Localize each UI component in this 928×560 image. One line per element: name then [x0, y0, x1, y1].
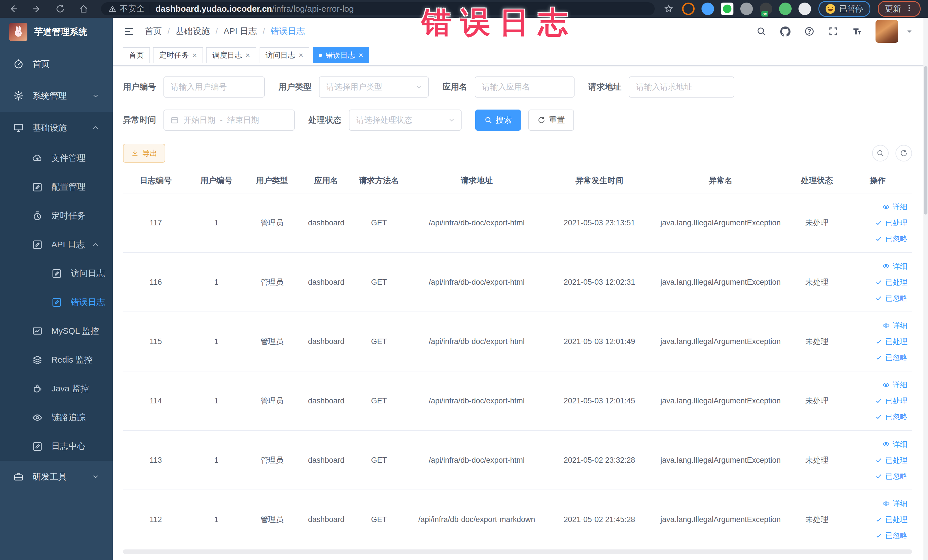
- back-icon[interactable]: [8, 3, 20, 15]
- action-detail[interactable]: 详细: [845, 496, 907, 511]
- sidebar-item-redis-monitor[interactable]: Redis 监控: [0, 345, 113, 374]
- home-icon[interactable]: [78, 3, 90, 15]
- user-avatar[interactable]: [876, 20, 898, 43]
- breadcrumb-infrastructure[interactable]: 基础设施: [176, 25, 210, 37]
- date-range-picker[interactable]: 开始日期 - 结束日期: [163, 110, 295, 131]
- sidebar-item-java-monitor[interactable]: Java 监控: [0, 374, 113, 403]
- extension-icon-puzzle[interactable]: [798, 3, 811, 15]
- sidebar-item-file-management[interactable]: 文件管理: [0, 144, 113, 172]
- page-scrollbar[interactable]: [923, 18, 928, 560]
- horizontal-scrollbar[interactable]: [123, 549, 912, 554]
- eye-icon: [882, 441, 890, 448]
- sidebar-item-system-management[interactable]: 系统管理: [0, 80, 113, 112]
- extension-icon-list-on[interactable]: on: [760, 3, 772, 15]
- action-processed[interactable]: 已处理: [845, 215, 907, 231]
- breadcrumb-home[interactable]: 首页: [145, 25, 162, 37]
- sidebar-item-trace[interactable]: 链路追踪: [0, 403, 113, 432]
- github-icon[interactable]: [780, 26, 791, 37]
- refresh-button[interactable]: [896, 145, 912, 162]
- search-button[interactable]: 搜索: [475, 110, 521, 131]
- media-paused-pill[interactable]: 已暂停: [818, 1, 870, 17]
- action-detail[interactable]: 详细: [845, 258, 907, 274]
- action-ignored[interactable]: 已忽略: [845, 468, 907, 484]
- sidebar-item-log-center[interactable]: 日志中心: [0, 432, 113, 461]
- reload-icon[interactable]: [54, 3, 66, 15]
- sidebar-item-error-log[interactable]: 错误日志: [0, 288, 113, 317]
- close-icon[interactable]: ×: [299, 51, 303, 60]
- help-icon[interactable]: [804, 26, 815, 37]
- check-icon: [875, 338, 882, 345]
- action-processed[interactable]: 已处理: [845, 274, 907, 290]
- edit-icon: [32, 240, 43, 250]
- dashboard-icon: [13, 58, 24, 69]
- action-processed[interactable]: 已处理: [845, 511, 907, 528]
- action-detail[interactable]: 详细: [845, 317, 907, 334]
- request-url-input[interactable]: [629, 76, 734, 98]
- check-icon: [875, 278, 882, 286]
- rabbit-logo-icon: [9, 23, 27, 41]
- tab-access-log[interactable]: 访问日志×: [259, 47, 309, 63]
- app-name-input[interactable]: [475, 76, 575, 98]
- sidebar-menu: 首页系统管理基础设施文件管理配置管理定时任务API 日志访问日志错误日志MySQ…: [0, 48, 113, 493]
- forward-icon[interactable]: [31, 3, 43, 15]
- close-icon[interactable]: ×: [245, 51, 250, 60]
- tab-home[interactable]: 首页: [123, 47, 150, 63]
- action-detail[interactable]: 详细: [845, 199, 907, 215]
- sidebar-item-config-management[interactable]: 配置管理: [0, 172, 113, 201]
- hamburger-icon[interactable]: [123, 25, 135, 37]
- extension-icon-target[interactable]: [682, 3, 694, 15]
- sidebar-item-mysql-monitor[interactable]: MySQL 监控: [0, 317, 113, 345]
- action-ignored[interactable]: 已忽略: [845, 231, 907, 247]
- tab-scheduled-tasks[interactable]: 定时任务×: [153, 47, 203, 63]
- sidebar-item-api-log[interactable]: API 日志: [0, 230, 113, 259]
- sidebar-item-access-log[interactable]: 访问日志: [0, 259, 113, 288]
- reset-button[interactable]: 重置: [528, 110, 574, 131]
- security-label[interactable]: 不安全: [120, 3, 145, 15]
- action-processed[interactable]: 已处理: [845, 334, 907, 349]
- table-settings: [865, 145, 912, 162]
- check-icon: [875, 219, 882, 226]
- action-ignored[interactable]: 已忽略: [845, 528, 907, 543]
- extension-icon-v-green[interactable]: [721, 3, 733, 15]
- sidebar-item-infrastructure[interactable]: 基础设施: [0, 112, 113, 144]
- action-detail[interactable]: 详细: [845, 377, 907, 393]
- fullscreen-icon[interactable]: [827, 26, 839, 37]
- breadcrumb-api-log[interactable]: API 日志: [224, 25, 257, 37]
- action-processed[interactable]: 已处理: [845, 393, 907, 409]
- cell-user-id: 1: [189, 490, 244, 549]
- user-id-input[interactable]: [163, 76, 265, 98]
- app-logo[interactable]: 芋道管理系统: [0, 18, 113, 46]
- cell-app-name: dashboard: [300, 193, 353, 252]
- close-icon[interactable]: ×: [192, 51, 197, 60]
- extension-icon-leaf[interactable]: [779, 3, 792, 15]
- sidebar-item-dev-tools[interactable]: 研发工具: [0, 461, 113, 493]
- export-button[interactable]: 导出: [123, 144, 165, 163]
- cell-method: GET: [353, 252, 405, 312]
- sidebar-item-home[interactable]: 首页: [0, 48, 113, 80]
- sidebar-item-scheduled-tasks[interactable]: 定时任务: [0, 201, 113, 230]
- tab-label: 定时任务: [159, 50, 189, 60]
- action-processed[interactable]: 已处理: [845, 452, 907, 468]
- user-type-select[interactable]: 请选择用户类型: [319, 76, 429, 98]
- action-ignored[interactable]: 已忽略: [845, 409, 907, 425]
- scrollbar-thumb[interactable]: [924, 66, 927, 215]
- tab-schedule-log[interactable]: 调度日志×: [206, 47, 256, 63]
- bookmark-star-icon[interactable]: [663, 3, 675, 15]
- action-ignored[interactable]: 已忽略: [845, 290, 907, 306]
- kebab-menu-icon[interactable]: [905, 4, 913, 14]
- check-icon: [875, 413, 882, 421]
- close-icon[interactable]: ×: [359, 51, 363, 60]
- action-ignored[interactable]: 已忽略: [845, 349, 907, 365]
- sidebar-item-label: 定时任务: [51, 210, 85, 222]
- tab-error-log[interactable]: 错误日志×: [313, 47, 369, 63]
- extension-icon-grid[interactable]: [740, 3, 753, 15]
- extension-icon-shield[interactable]: [702, 3, 714, 15]
- action-detail[interactable]: 详细: [845, 436, 907, 452]
- chevron-down-icon[interactable]: [906, 27, 913, 35]
- cell-status: 未处理: [791, 490, 843, 549]
- toggle-search-button[interactable]: [872, 145, 888, 162]
- font-size-icon[interactable]: [852, 26, 863, 37]
- chrome-update-button[interactable]: 更新: [878, 1, 920, 17]
- status-select[interactable]: 请选择处理状态: [349, 110, 462, 131]
- search-icon[interactable]: [756, 26, 767, 37]
